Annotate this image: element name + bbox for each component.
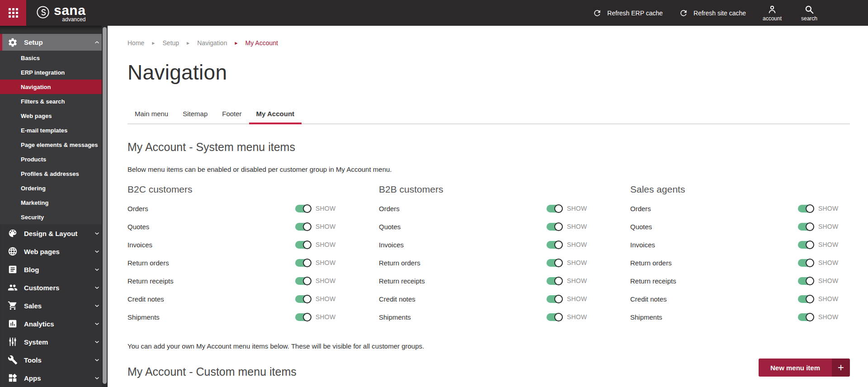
menu-item-row: InvoicesSHOW: [379, 236, 589, 254]
sidebar-scrollbar-thumb[interactable]: [103, 27, 107, 384]
breadcrumb-item-my-account: My Account: [245, 39, 278, 47]
tab-my-account[interactable]: My Account: [249, 110, 302, 124]
toggle-b2c-customers-return-receipts[interactable]: [295, 277, 311, 285]
menu-item-row: InvoicesSHOW: [630, 236, 840, 254]
sidebar-section-analytics[interactable]: Analytics: [0, 315, 108, 333]
toggle-b2c-customers-shipments[interactable]: [295, 313, 311, 321]
chevron-down-icon: [94, 321, 100, 327]
toggle-sales-agents-invoices[interactable]: [798, 241, 813, 249]
toggle-sales-agents-shipments[interactable]: [798, 313, 813, 321]
sidebar-section-customers[interactable]: Customers: [0, 278, 108, 297]
menu-item-label: Credit notes: [379, 295, 547, 303]
breadcrumb-arrow-icon: ▶: [235, 41, 237, 45]
toggle-sales-agents-quotes[interactable]: [798, 223, 813, 231]
toggle-knob: [806, 313, 814, 321]
sidebar-item-ordering[interactable]: Ordering: [0, 181, 108, 195]
sidebar-section-system[interactable]: System: [0, 333, 108, 351]
chevron-down-icon: [94, 266, 100, 273]
custom-menu-note: You can add your own My Account menu ite…: [127, 342, 868, 350]
toggle-sales-agents-return-receipts[interactable]: [798, 277, 813, 285]
refresh-icon: [592, 9, 603, 18]
chevron-down-icon: [94, 357, 100, 363]
menu-item-row: InvoicesSHOW: [127, 236, 337, 254]
chevron-down-icon: [94, 375, 100, 382]
breadcrumb-item-navigation[interactable]: Navigation: [197, 39, 227, 47]
sidebar-section-tools[interactable]: Tools: [0, 351, 108, 369]
sidebar-section-design-layout[interactable]: Design & Layout: [0, 224, 108, 242]
toggle-knob: [806, 204, 814, 213]
menu-item-row: Return ordersSHOW: [630, 254, 840, 272]
new-menu-item-button[interactable]: New menu item +: [759, 359, 850, 377]
toggle-b2c-customers-invoices[interactable]: [295, 241, 311, 249]
toggle-sales-agents-credit-notes[interactable]: [798, 295, 813, 303]
toggle-state-label: SHOW: [818, 205, 840, 212]
brand-tagline: advanced: [62, 17, 85, 22]
sidebar-item-filters-search[interactable]: Filters & search: [0, 94, 108, 109]
toggle-b2b-customers-return-orders[interactable]: [547, 259, 562, 267]
account-label: account: [763, 15, 782, 22]
brand-logo[interactable]: sana advanced: [36, 4, 85, 22]
sidebar-item-basics[interactable]: Basics: [0, 51, 108, 65]
sidebar-item-e-mail-templates[interactable]: E-mail templates: [0, 123, 108, 137]
sidebar-item-marketing[interactable]: Marketing: [0, 195, 108, 210]
refresh-erp-cache-button[interactable]: Refresh ERP cache: [592, 9, 663, 18]
toggle-b2b-customers-quotes[interactable]: [547, 223, 562, 231]
toggle-b2c-customers-credit-notes[interactable]: [295, 295, 311, 303]
menu-item-row: OrdersSHOW: [630, 199, 840, 217]
menu-item-label: Quotes: [630, 223, 798, 231]
breadcrumb-item-home[interactable]: Home: [127, 39, 144, 47]
toggle-b2b-customers-shipments[interactable]: [547, 313, 562, 321]
sidebar-section-apps[interactable]: Apps: [0, 369, 108, 387]
sidebar-item-security[interactable]: Security: [0, 210, 108, 224]
refresh-site-cache-button[interactable]: Refresh site cache: [678, 9, 746, 18]
sidebar-section-setup[interactable]: Setup: [0, 34, 108, 51]
sidebar-item-products[interactable]: Products: [0, 152, 108, 166]
toggle-b2b-customers-return-receipts[interactable]: [547, 277, 562, 285]
toggle-knob: [303, 222, 311, 231]
menu-item-label: Orders: [127, 205, 295, 212]
toggle-b2b-customers-credit-notes[interactable]: [547, 295, 562, 303]
sidebar-item-web-pages[interactable]: Web pages: [0, 109, 108, 123]
toggle-b2b-customers-orders[interactable]: [547, 205, 562, 212]
sidebar-item-navigation[interactable]: Navigation: [0, 80, 108, 94]
toggle-state-label: SHOW: [316, 277, 337, 284]
menu-item-label: Return orders: [379, 259, 547, 267]
toggle-b2c-customers-quotes[interactable]: [295, 223, 311, 231]
menu-item-row: QuotesSHOW: [630, 217, 840, 236]
tab-footer[interactable]: Footer: [215, 110, 249, 124]
toggle-state-label: SHOW: [567, 277, 589, 284]
menu-item-label: Return receipts: [127, 277, 295, 285]
toggle-knob: [303, 259, 311, 267]
chevron-down-icon: [94, 339, 100, 345]
tab-main-menu[interactable]: Main menu: [127, 110, 175, 124]
refresh-erp-cache-label: Refresh ERP cache: [607, 9, 663, 17]
sidebar-section-web-pages[interactable]: Web pages: [0, 242, 108, 260]
main-content: Home▶Setup▶Navigation▶My Account Navigat…: [108, 26, 868, 387]
menu-item-row: QuotesSHOW: [127, 217, 337, 236]
gear-icon: [7, 38, 18, 47]
search-button[interactable]: search: [798, 5, 820, 22]
toggle-state-label: SHOW: [567, 313, 589, 321]
toggle-sales-agents-orders[interactable]: [798, 205, 813, 212]
system-menu-description: Below menu items can be enabled or disab…: [127, 165, 868, 173]
toggle-sales-agents-return-orders[interactable]: [798, 259, 813, 267]
sidebar-item-profiles-addresses[interactable]: Profiles & addresses: [0, 166, 108, 181]
tab-sitemap[interactable]: Sitemap: [175, 110, 215, 124]
toggle-b2c-customers-return-orders[interactable]: [295, 259, 311, 267]
sidebar-item-page-elements-messages[interactable]: Page elements & messages: [0, 137, 108, 152]
menu-item-row: Return ordersSHOW: [127, 254, 337, 272]
toggle-b2c-customers-orders[interactable]: [295, 205, 311, 212]
account-button[interactable]: account: [761, 5, 783, 22]
toggle-state-label: SHOW: [818, 223, 840, 230]
toggle-knob: [554, 204, 563, 213]
new-menu-item-label: New menu item: [759, 359, 832, 377]
group-heading: B2C customers: [127, 184, 337, 199]
sidebar-section-sales[interactable]: Sales: [0, 297, 108, 315]
app-launcher-button[interactable]: [0, 0, 26, 26]
sidebar-item-erp-integration[interactable]: ERP integration: [0, 65, 108, 80]
menu-item-row: Return receiptsSHOW: [379, 272, 589, 290]
page-title: Navigation: [127, 60, 868, 85]
sidebar-section-blog[interactable]: Blog: [0, 260, 108, 278]
breadcrumb-item-setup[interactable]: Setup: [163, 39, 179, 47]
toggle-b2b-customers-invoices[interactable]: [547, 241, 562, 249]
